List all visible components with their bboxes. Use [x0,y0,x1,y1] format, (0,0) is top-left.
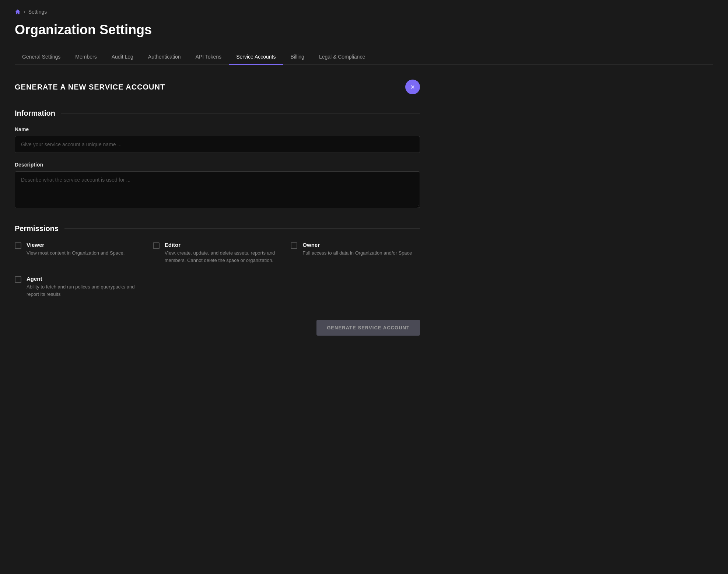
editor-content: Editor View, create, update, and delete … [165,242,282,264]
information-section-header: Information [15,109,420,118]
description-input[interactable] [15,171,420,208]
permissions-section-title: Permissions [15,224,59,233]
agent-checkbox[interactable] [15,276,21,283]
editor-checkbox[interactable] [153,242,160,249]
agent-checkbox-wrapper [15,276,21,283]
owner-checkbox-wrapper [291,242,297,249]
viewer-checkbox-wrapper [15,242,21,249]
editor-name: Editor [165,242,282,248]
name-input[interactable] [15,136,420,153]
tab-authentication[interactable]: Authentication [141,49,188,65]
owner-content: Owner Full access to all data in Organiz… [302,242,420,257]
viewer-checkbox[interactable] [15,242,21,249]
agent-description: Ability to fetch and run polices and que… [27,283,144,298]
agent-content: Agent Ability to fetch and run polices a… [27,276,144,298]
tab-service-accounts[interactable]: Service Accounts [229,49,283,65]
agent-name: Agent [27,276,144,282]
breadcrumb-separator: › [24,9,25,15]
tabs-nav: General Settings Members Audit Log Authe… [15,49,713,65]
permissions-section: Permissions Viewer View most content in … [15,224,420,298]
permission-owner: Owner Full access to all data in Organiz… [291,242,420,264]
panel-title: GENERATE A NEW SERVICE ACCOUNT [15,83,165,91]
tab-members[interactable]: Members [68,49,104,65]
content-area: GENERATE A NEW SERVICE ACCOUNT × Informa… [15,80,420,336]
owner-name: Owner [302,242,420,248]
breadcrumb: › Settings [15,9,713,15]
name-label: Name [15,126,420,132]
permission-agent: Agent Ability to fetch and run polices a… [15,276,144,298]
viewer-content: Viewer View most content in Organization… [27,242,144,257]
close-button[interactable]: × [405,80,420,94]
permission-editor: Editor View, create, update, and delete … [153,242,282,264]
tab-api-tokens[interactable]: API Tokens [188,49,229,65]
editor-checkbox-wrapper [153,242,160,249]
permission-viewer: Viewer View most content in Organization… [15,242,144,264]
editor-description: View, create, update, and delete assets,… [165,249,282,264]
name-field-group: Name [15,126,420,153]
generate-service-account-button[interactable]: GENERATE SERVICE ACCOUNT [316,320,420,336]
information-section: Information Name Description [15,109,420,210]
tab-billing[interactable]: Billing [283,49,312,65]
description-label: Description [15,162,420,168]
owner-description: Full access to all data in Organization … [302,249,420,257]
tab-legal-compliance[interactable]: Legal & Compliance [312,49,372,65]
action-bar: GENERATE SERVICE ACCOUNT [15,312,420,336]
panel-header: GENERATE A NEW SERVICE ACCOUNT × [15,80,420,94]
breadcrumb-settings[interactable]: Settings [28,9,47,15]
viewer-name: Viewer [27,242,144,248]
owner-checkbox[interactable] [291,242,297,249]
information-section-title: Information [15,109,55,118]
description-field-group: Description [15,162,420,210]
permissions-divider [64,228,420,229]
permissions-grid: Viewer View most content in Organization… [15,242,420,298]
tab-general-settings[interactable]: General Settings [15,49,68,65]
viewer-description: View most content in Organization and Sp… [27,249,144,257]
tab-audit-log[interactable]: Audit Log [104,49,141,65]
home-icon[interactable] [15,9,21,15]
page-title: Organization Settings [15,22,713,38]
permissions-section-header: Permissions [15,224,420,233]
information-divider [61,113,420,113]
